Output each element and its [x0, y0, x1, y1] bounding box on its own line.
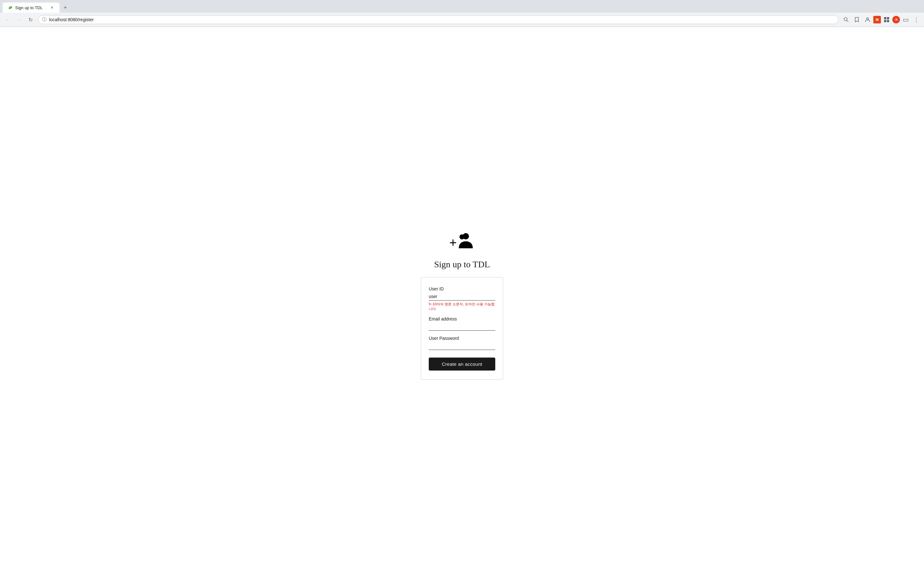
reload-button[interactable]: ↻: [25, 15, 35, 25]
new-tab-button[interactable]: +: [61, 3, 70, 12]
address-url: localhost:8080/register: [49, 17, 834, 22]
tab-close-button[interactable]: ✕: [50, 5, 54, 10]
svg-point-4: [867, 18, 868, 20]
extension-icon-1[interactable]: M: [873, 16, 881, 23]
password-input[interactable]: [429, 342, 495, 350]
bookmark-button[interactable]: [852, 15, 862, 25]
active-tab[interactable]: Sign up to TDL ✕: [3, 3, 59, 13]
tab-title: Sign up to TDL: [15, 5, 47, 10]
zoom-button[interactable]: [841, 15, 851, 25]
person-add-icon: +: [449, 231, 475, 253]
svg-rect-7: [884, 20, 886, 22]
browser-chrome: Sign up to TDL ✕ + ← → ↻ ⓘ localhost:808…: [0, 0, 924, 27]
address-bar[interactable]: ⓘ localhost:8080/register: [38, 15, 838, 24]
svg-rect-5: [884, 17, 886, 19]
user-id-group: User ID 5~10자의 영문 소문자, 숫자만 사용 가능합니다.: [429, 286, 495, 311]
svg-point-2: [844, 18, 847, 21]
form-card: User ID 5~10자의 영문 소문자, 숫자만 사용 가능합니다. Ema…: [421, 277, 503, 380]
page-content: + Sign up to TDL User ID 5~10자의 영문 소문자, …: [0, 27, 924, 584]
svg-text:+: +: [449, 235, 457, 250]
create-account-button[interactable]: Create an account: [429, 357, 495, 370]
toolbar-icons: M ✕ ▭ ⋮: [841, 15, 921, 25]
more-menu-button[interactable]: ⋮: [911, 15, 921, 25]
browser-toolbar: ← → ↻ ⓘ localhost:8080/register: [0, 13, 924, 27]
extension-icon-4[interactable]: ▭: [901, 15, 911, 25]
svg-point-11: [459, 234, 465, 239]
page-title: Sign up to TDL: [434, 259, 490, 270]
email-input[interactable]: [429, 323, 495, 331]
extension-icon-3[interactable]: ✕: [892, 16, 900, 23]
svg-line-3: [847, 21, 848, 22]
profile-button[interactable]: [863, 15, 873, 25]
address-lock-icon: ⓘ: [42, 17, 46, 23]
tab-favicon: [8, 5, 13, 10]
password-group: User Password: [429, 336, 495, 350]
extension-icon-2[interactable]: [881, 15, 892, 25]
email-group: Email address: [429, 316, 495, 331]
back-button[interactable]: ←: [3, 15, 13, 25]
svg-rect-8: [887, 20, 889, 22]
user-id-error: 5~10자의 영문 소문자, 숫자만 사용 가능합니다.: [429, 302, 495, 311]
email-label: Email address: [429, 316, 495, 321]
svg-rect-6: [887, 17, 889, 19]
forward-button[interactable]: →: [14, 15, 24, 25]
tab-bar: Sign up to TDL ✕ +: [0, 0, 924, 13]
user-id-input[interactable]: [429, 293, 495, 301]
user-id-label: User ID: [429, 286, 495, 291]
password-label: User Password: [429, 336, 495, 341]
